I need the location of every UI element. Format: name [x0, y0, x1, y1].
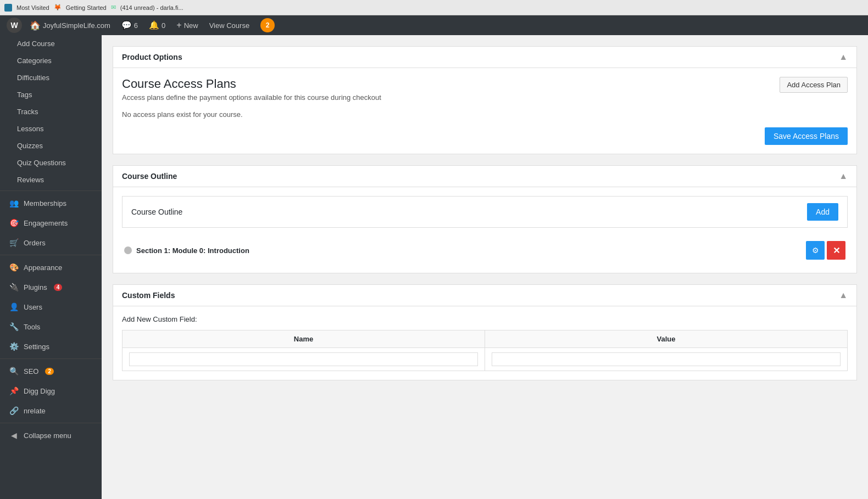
browser-favicon-email: ✉: [111, 4, 116, 11]
admin-bar-view-course-label: View Course: [209, 21, 249, 30]
browser-tab-most-visited[interactable]: Most Visited: [16, 4, 49, 11]
admin-bar-comments[interactable]: 💬 6: [116, 15, 143, 35]
admin-bar-comments-count: 6: [134, 21, 138, 30]
tools-icon: 🔧: [8, 321, 19, 332]
course-outline-header: Course Outline ▲: [113, 166, 856, 187]
sidebar-item-collapse-menu[interactable]: ◀ Collapse menu: [0, 425, 102, 445]
admin-bar-site[interactable]: 🏠 JoyfulSimpleLife.com: [24, 15, 116, 35]
admin-bar-notifications-count: 0: [162, 21, 165, 30]
add-access-plan-button[interactable]: Add Access Plan: [780, 77, 848, 93]
product-options-toggle[interactable]: ▲: [839, 52, 848, 62]
sidebar-item-seo[interactable]: 🔍 SEO 2: [0, 361, 102, 381]
product-options-header: Product Options ▲: [113, 47, 856, 68]
save-plans-row: Save Access Plans: [122, 127, 848, 145]
section-settings-button[interactable]: ⚙: [806, 241, 825, 260]
browser-tab-getting-started[interactable]: Getting Started: [66, 4, 107, 11]
admin-bar-view-course[interactable]: View Course: [204, 15, 255, 35]
course-outline-panel: Course Outline ▲ Course Outline Add Sect…: [113, 165, 857, 273]
admin-bar-new[interactable]: + New: [171, 15, 203, 35]
plugin-badge-circle: 2: [260, 18, 275, 32]
sidebar-divider-1: [0, 190, 102, 191]
custom-fields-toggle[interactable]: ▲: [839, 290, 848, 300]
admin-bar-notifications[interactable]: 🔔 0: [143, 15, 171, 35]
orders-icon: 🛒: [8, 237, 19, 248]
browser-favicon-ff: 🦊: [54, 4, 62, 11]
cf-value-cell: [485, 348, 848, 371]
cf-col-name: Name: [123, 330, 485, 348]
cf-name-input[interactable]: [129, 352, 478, 366]
notifications-icon: 🔔: [149, 20, 159, 30]
admin-bar-plugin-badge: 2: [266, 21, 270, 29]
digg-digg-icon: 📌: [8, 385, 19, 396]
sidebar-divider-2: [0, 255, 102, 255]
access-plans-header: Course Access Plans Access plans define …: [122, 77, 848, 102]
cf-value-input[interactable]: [492, 352, 841, 366]
custom-fields-title: Custom Fields: [122, 291, 175, 300]
sidebar-item-quizzes[interactable]: Quizzes: [0, 137, 102, 154]
sidebar-item-tracks[interactable]: Tracks: [0, 103, 102, 120]
sidebar-item-tools[interactable]: 🔧 Tools: [0, 317, 102, 337]
sidebar-item-settings[interactable]: ⚙️ Settings: [0, 337, 102, 356]
sidebar-item-orders[interactable]: 🛒 Orders: [0, 233, 102, 253]
cf-name-cell: [123, 348, 485, 371]
appearance-icon: 🎨: [8, 262, 19, 273]
custom-fields-body: Add New Custom Field: Name Value: [113, 306, 856, 380]
admin-bar: W 🏠 JoyfulSimpleLife.com 💬 6 🔔 0 + New V…: [0, 15, 868, 35]
section-actions: ⚙ ✕: [806, 241, 845, 260]
sidebar-item-tags[interactable]: Tags: [0, 86, 102, 103]
admin-bar-plugin-icon[interactable]: 2: [255, 15, 280, 35]
cf-col-value: Value: [485, 330, 848, 348]
cf-row-input: [123, 348, 848, 371]
product-options-panel: Product Options ▲ Course Access Plans Ac…: [113, 46, 857, 154]
section-dot: [124, 246, 132, 254]
sidebar-item-reviews[interactable]: Reviews: [0, 171, 102, 188]
sidebar-item-engagements[interactable]: 🎯 Engagements: [0, 213, 102, 233]
collapse-icon: ◀: [8, 430, 19, 441]
no-plans-message: No access plans exist for your course.: [122, 110, 848, 119]
section-label: Section 1: Module 0: Introduction: [136, 246, 249, 255]
main-layout: Add Course Categories Difficulties Tags …: [0, 35, 868, 499]
sidebar-item-users[interactable]: 👤 Users: [0, 297, 102, 317]
course-outline-body: Course Outline Add Section 1: Module 0: …: [113, 187, 856, 273]
custom-fields-panel: Custom Fields ▲ Add New Custom Field: Na…: [113, 284, 857, 380]
section-delete-button[interactable]: ✕: [827, 241, 845, 260]
sidebar-item-appearance[interactable]: 🎨 Appearance: [0, 257, 102, 277]
access-plans-title: Course Access Plans: [122, 77, 381, 91]
sidebar-item-quiz-questions[interactable]: Quiz Questions: [0, 154, 102, 171]
access-plans-subtitle: Access plans define the payment options …: [122, 93, 381, 102]
settings-icon: ⚙️: [8, 341, 19, 352]
sidebar-item-plugins[interactable]: 🔌 Plugins 4: [0, 277, 102, 297]
sidebar-item-lessons[interactable]: Lessons: [0, 120, 102, 137]
sidebar-item-categories[interactable]: Categories: [0, 52, 102, 69]
gear-icon: ⚙: [812, 246, 819, 255]
nrelate-icon: 🔗: [8, 405, 19, 416]
seo-badge: 2: [45, 368, 54, 375]
course-outline-toggle[interactable]: ▲: [839, 171, 848, 181]
wp-logo[interactable]: W: [7, 18, 22, 33]
browser-tab-email[interactable]: (414 unread) - darla.fi...: [120, 4, 183, 11]
admin-bar-new-label: New: [184, 21, 198, 30]
add-outline-button[interactable]: Add: [807, 203, 838, 221]
product-options-body: Course Access Plans Access plans define …: [113, 68, 856, 154]
sidebar: Add Course Categories Difficulties Tags …: [0, 35, 102, 499]
close-icon: ✕: [833, 245, 840, 256]
outline-box-label: Course Outline: [131, 208, 182, 216]
sidebar-item-memberships[interactable]: 👥 Memberships: [0, 193, 102, 213]
users-icon: 👤: [8, 301, 19, 312]
plugins-badge: 4: [54, 284, 63, 291]
plus-icon: +: [176, 20, 181, 30]
sidebar-item-digg-digg[interactable]: 📌 Digg Digg: [0, 381, 102, 401]
course-outline-panel-title: Course Outline: [122, 172, 177, 181]
browser-bar: Most Visited 🦊 Getting Started ✉ (414 un…: [0, 0, 868, 15]
sidebar-item-difficulties[interactable]: Difficulties: [0, 69, 102, 86]
admin-bar-site-name: JoyfulSimpleLife.com: [43, 21, 110, 30]
sidebar-item-nrelate[interactable]: 🔗 nrelate: [0, 401, 102, 420]
sidebar-divider-3: [0, 358, 102, 359]
memberships-icon: 👥: [8, 198, 19, 209]
sidebar-item-add-course[interactable]: Add Course: [0, 35, 102, 52]
outline-box: Course Outline Add: [122, 196, 848, 228]
main-content: Product Options ▲ Course Access Plans Ac…: [102, 35, 868, 499]
save-access-plans-button[interactable]: Save Access Plans: [765, 127, 848, 145]
seo-icon: 🔍: [8, 366, 19, 377]
browser-favicon: [4, 4, 12, 12]
